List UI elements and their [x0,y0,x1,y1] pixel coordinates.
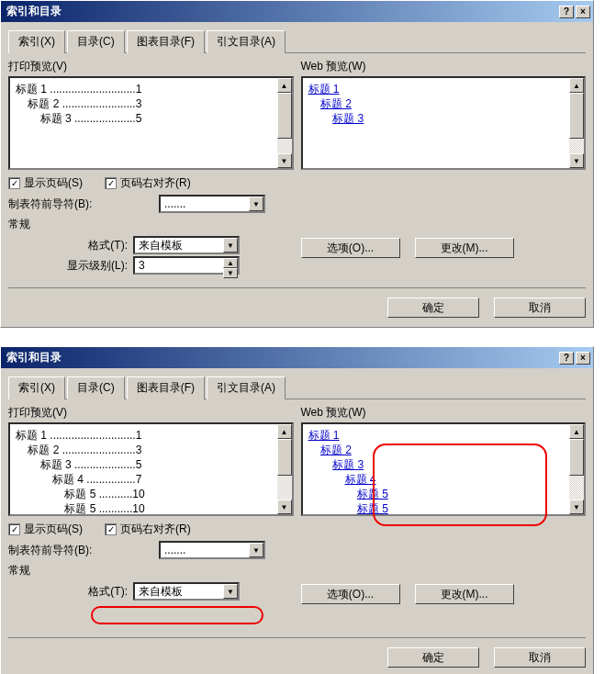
format-value: 来自模板 [135,584,223,599]
scroll-down-icon[interactable]: ▼ [277,153,292,168]
dialog-index-toc-1: 索引和目录 ? × 索引(X) 目录(C) 图表目录(F) 引文目录(A) 打印… [0,0,594,328]
show-page-checkbox[interactable]: ✓ 显示页码(S) [8,175,83,191]
scroll-up-icon[interactable]: ▲ [277,424,292,439]
list-item[interactable]: 标题 3 [308,111,565,126]
scrollbar[interactable]: ▲ ▼ [277,424,292,514]
check-icon: ✓ [8,177,20,189]
list-item[interactable]: 标题 1 [308,82,565,96]
dropdown-icon[interactable]: ▼ [249,197,263,211]
cancel-button[interactable]: 取消 [494,298,586,318]
scrollbar[interactable]: ▲ ▼ [569,78,584,168]
tab-figures[interactable]: 图表目录(F) [127,30,205,53]
list-item[interactable]: 标题 1 [308,428,565,443]
titlebar: 索引和目录 ? × [1,347,593,368]
leader-combo[interactable]: ....... ▼ [159,195,265,213]
list-item[interactable]: 标题 5 [308,487,565,501]
close-button[interactable]: × [576,6,590,18]
leader-label: 制表符前导符(B): [8,543,155,558]
help-button[interactable]: ? [559,6,574,18]
levels-value: 3 [135,258,223,273]
print-preview-label: 打印预览(V) [8,405,294,421]
scroll-down-icon[interactable]: ▼ [569,500,584,514]
scrollbar[interactable]: ▲ ▼ [569,424,584,514]
list-item: 标题 3 ....................5 [16,457,272,472]
spin-up-icon[interactable]: ▲ [223,258,238,268]
titlebar: 索引和目录 ? × [1,1,593,22]
list-item[interactable]: 标题 5 [308,501,565,514]
web-preview-label: Web 预览(W) [301,405,587,421]
show-page-label: 显示页码(S) [24,175,83,191]
check-icon: ✓ [8,523,20,535]
list-item[interactable]: 标题 3 [308,457,565,472]
title: 索引和目录 [6,350,62,365]
check-icon: ✓ [105,523,117,535]
close-button[interactable]: × [576,352,590,365]
tab-toc[interactable]: 目录(C) [67,30,125,53]
tab-toc[interactable]: 目录(C) [67,376,125,399]
options-button[interactable]: 选项(O)... [301,238,400,258]
ok-button[interactable]: 确定 [387,647,479,668]
align-right-checkbox[interactable]: ✓ 页码右对齐(R) [105,522,191,537]
general-label: 常规 [8,563,586,579]
leader-value: ....... [161,197,249,211]
scroll-up-icon[interactable]: ▲ [569,424,584,439]
list-item: 标题 5 ...........10 [16,501,272,514]
general-label: 常规 [8,217,586,232]
list-item: 标题 5 ...........10 [16,487,272,501]
dropdown-icon[interactable]: ▼ [223,584,238,599]
levels-label: 显示级别(L): [8,258,128,274]
list-item: 标题 1 ............................1 [16,428,272,443]
list-item: 标题 2 ........................3 [16,96,272,111]
dialog-index-toc-2: 索引和目录 ? × 索引(X) 目录(C) 图表目录(F) 引文目录(A) 打印… [0,346,594,674]
scroll-up-icon[interactable]: ▲ [277,78,292,93]
tab-figures[interactable]: 图表目录(F) [127,376,205,399]
web-preview-label: Web 预览(W) [301,59,587,74]
help-button[interactable]: ? [559,352,574,365]
check-icon: ✓ [105,177,117,189]
modify-button[interactable]: 更改(M)... [415,238,514,258]
dropdown-icon[interactable]: ▼ [223,238,238,253]
print-preview-list[interactable]: 标题 1 ............................1 标题 2 … [8,422,294,516]
tab-strip: 索引(X) 目录(C) 图表目录(F) 引文目录(A) [8,376,586,399]
cancel-button[interactable]: 取消 [494,647,586,668]
tab-index[interactable]: 索引(X) [8,30,65,53]
scrollbar[interactable]: ▲ ▼ [277,78,292,168]
list-item[interactable]: 标题 4 [308,472,565,487]
dropdown-icon[interactable]: ▼ [249,543,263,557]
list-item[interactable]: 标题 2 [308,443,565,457]
web-preview-list[interactable]: 标题 1 标题 2 标题 3 标题 4 标题 5 标题 5 标题 6 ▲ ▼ [301,422,587,516]
tab-citations[interactable]: 引文目录(A) [207,376,286,399]
list-item: 标题 3 ....................5 [16,111,272,126]
format-combo[interactable]: 来自模板 ▼ [133,582,240,601]
print-preview-list[interactable]: 标题 1 ............................1 标题 2 … [8,76,294,170]
show-page-label: 显示页码(S) [24,522,83,537]
ok-button[interactable]: 确定 [387,298,479,318]
scroll-up-icon[interactable]: ▲ [569,78,584,93]
web-preview-list[interactable]: 标题 1 标题 2 标题 3 ▲ ▼ [301,76,587,170]
tab-index[interactable]: 索引(X) [8,376,65,399]
title: 索引和目录 [6,4,62,19]
print-preview-label: 打印预览(V) [8,59,294,74]
format-label: 格式(T): [8,238,128,253]
list-item: 标题 1 ............................1 [16,82,272,96]
leader-combo[interactable]: ....... ▼ [159,541,265,559]
tab-citations[interactable]: 引文目录(A) [207,30,286,53]
spin-down-icon[interactable]: ▼ [223,268,238,278]
align-right-label: 页码右对齐(R) [120,522,191,537]
format-combo[interactable]: 来自模板 ▼ [133,236,240,254]
levels-spinner[interactable]: 3 ▲ ▼ [133,256,240,275]
list-item[interactable]: 标题 2 [308,96,565,111]
align-right-checkbox[interactable]: ✓ 页码右对齐(R) [105,175,191,191]
highlight-mark [91,606,263,624]
options-button[interactable]: 选项(O)... [301,584,400,604]
list-item: 标题 4 ................7 [16,472,272,487]
modify-button[interactable]: 更改(M)... [415,584,514,604]
show-page-checkbox[interactable]: ✓ 显示页码(S) [8,522,83,537]
list-item: 标题 2 ........................3 [16,443,272,457]
scroll-down-icon[interactable]: ▼ [569,153,584,168]
align-right-label: 页码右对齐(R) [120,175,191,191]
leader-value: ....... [161,543,249,557]
leader-label: 制表符前导符(B): [8,197,155,212]
format-value: 来自模板 [135,238,223,253]
scroll-down-icon[interactable]: ▼ [277,500,292,514]
